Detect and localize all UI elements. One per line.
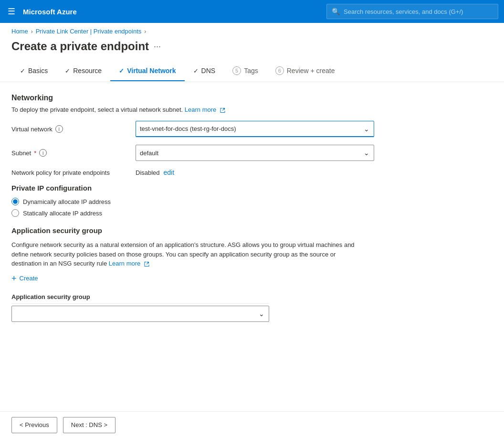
asg-external-link-icon: [144, 261, 149, 267]
vnet-check-icon: ✓: [119, 67, 124, 75]
static-ip-radio[interactable]: [11, 209, 19, 217]
asg-create-label: Create: [20, 275, 38, 282]
asg-description: Configure network security as a natural …: [11, 240, 355, 268]
vnet-info-icon[interactable]: i: [55, 125, 63, 133]
tab-tags[interactable]: 5 Tags: [224, 61, 267, 82]
virtual-network-select[interactable]: test-vnet-for-docs (test-rg-for-docs): [136, 121, 374, 137]
private-ip-section: Private IP configuration Dynamically all…: [11, 184, 493, 217]
page-title: Create a private endpoint: [11, 40, 149, 53]
network-policy-value: Disabled: [136, 169, 160, 176]
hamburger-icon[interactable]: ☰: [6, 4, 17, 19]
tab-dns[interactable]: ✓ DNS: [185, 61, 224, 81]
page-title-area: Create a private endpoint ···: [0, 38, 504, 61]
subnet-info-icon[interactable]: i: [39, 149, 47, 157]
networking-info: To deploy the private endpoint, select a…: [11, 106, 493, 113]
search-icon: 🔍: [332, 8, 340, 15]
asg-learn-more-link[interactable]: Learn more: [109, 260, 149, 267]
breadcrumb-sep2: ›: [144, 28, 146, 35]
asg-table-header: Application security group: [11, 290, 269, 304]
subnet-select[interactable]: default: [136, 145, 374, 161]
review-num: 6: [275, 66, 284, 75]
virtual-network-row: Virtual network i test-vnet-for-docs (te…: [11, 121, 493, 137]
networking-title: Networking: [11, 94, 493, 102]
subnet-label: Subnet * i: [11, 149, 136, 157]
breadcrumb: Home › Private Link Center | Private end…: [0, 23, 504, 38]
subnet-select-wrapper: default: [136, 145, 374, 161]
dns-check-icon: ✓: [193, 67, 199, 75]
tab-dns-label: DNS: [201, 67, 216, 75]
tab-review-label: Review + create: [287, 67, 335, 75]
wizard-tabs: ✓ Basics ✓ Resource ✓ Virtual Network ✓ …: [0, 61, 504, 82]
topbar: ☰ Microsoft Azure 🔍: [0, 0, 504, 23]
network-policy-row: Network policy for private endpoints Dis…: [11, 169, 493, 176]
private-ip-title: Private IP configuration: [11, 184, 493, 192]
tab-basics[interactable]: ✓ Basics: [11, 61, 56, 81]
tab-basics-label: Basics: [28, 67, 48, 75]
breadcrumb-sep1: ›: [31, 28, 33, 35]
subnet-row: Subnet * i default: [11, 145, 493, 161]
basics-check-icon: ✓: [20, 67, 25, 75]
dynamic-ip-option[interactable]: Dynamically allocate IP address: [11, 198, 493, 205]
tab-resource-label: Resource: [73, 67, 102, 75]
tags-num: 5: [232, 66, 241, 75]
external-link-icon: [220, 107, 225, 113]
plus-icon: +: [11, 274, 17, 283]
virtual-network-select-wrapper: test-vnet-for-docs (test-rg-for-docs): [136, 121, 374, 137]
breadcrumb-private-link[interactable]: Private Link Center | Private endpoints: [36, 28, 142, 35]
main-content: Networking To deploy the private endpoin…: [0, 94, 504, 322]
static-ip-label: Statically allocate IP address: [23, 210, 102, 217]
networking-section: Networking To deploy the private endpoin…: [11, 94, 493, 176]
learn-more-link[interactable]: Learn more: [185, 106, 225, 113]
asg-title: Application security group: [11, 226, 493, 235]
virtual-network-control: test-vnet-for-docs (test-rg-for-docs): [136, 121, 374, 137]
page-menu-icon[interactable]: ···: [154, 42, 161, 52]
subnet-required: *: [34, 150, 36, 157]
asg-create-button[interactable]: + Create: [11, 274, 38, 283]
search-bar[interactable]: 🔍: [326, 4, 498, 19]
network-policy-label: Network policy for private endpoints: [11, 169, 136, 176]
asg-dropdown-wrapper: [11, 306, 269, 322]
tab-vnet-label: Virtual Network: [127, 67, 176, 75]
virtual-network-label: Virtual network i: [11, 125, 136, 133]
network-policy-edit-link[interactable]: edit: [163, 169, 174, 176]
dynamic-ip-label: Dynamically allocate IP address: [23, 198, 111, 205]
asg-select-wrapper: [11, 306, 269, 322]
dynamic-ip-radio[interactable]: [11, 198, 19, 205]
tab-tags-label: Tags: [244, 67, 258, 75]
ip-radio-group: Dynamically allocate IP address Statical…: [11, 198, 493, 217]
app-title: Microsoft Azure: [23, 8, 321, 16]
tab-review-create[interactable]: 6 Review + create: [267, 61, 344, 82]
tab-virtual-network[interactable]: ✓ Virtual Network: [110, 61, 184, 81]
search-input[interactable]: [344, 8, 493, 15]
static-ip-option[interactable]: Statically allocate IP address: [11, 209, 493, 217]
network-policy-value-area: Disabled edit: [136, 169, 374, 176]
tab-resource[interactable]: ✓ Resource: [56, 61, 110, 81]
subnet-control: default: [136, 145, 374, 161]
breadcrumb-home[interactable]: Home: [11, 28, 28, 35]
resource-check-icon: ✓: [65, 67, 70, 75]
asg-section: Application security group Configure net…: [11, 226, 493, 322]
asg-select[interactable]: [11, 306, 269, 322]
